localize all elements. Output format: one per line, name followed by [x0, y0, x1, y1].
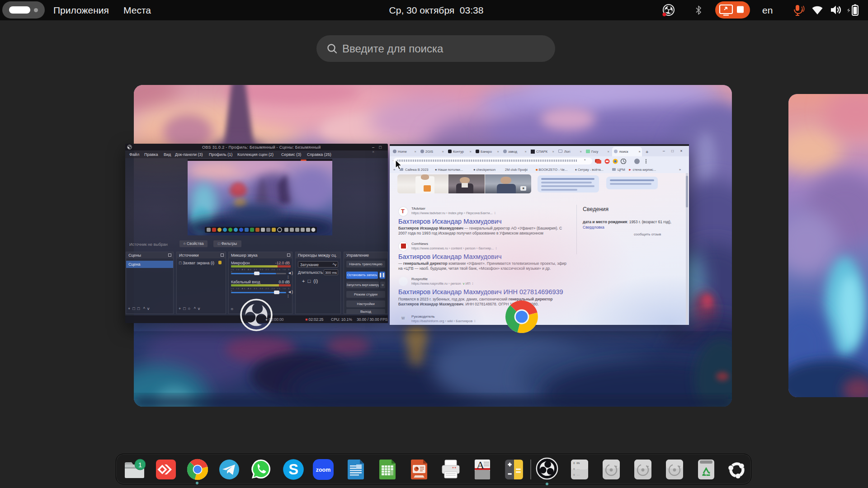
- svg-text:zoom: zoom: [316, 467, 331, 473]
- svg-text:A: A: [476, 459, 485, 471]
- svg-text:1: 1: [138, 461, 142, 469]
- svg-text:S: S: [288, 461, 298, 478]
- svg-text:O --: O --: [573, 474, 580, 477]
- svg-text:O RN: O RN: [573, 462, 580, 465]
- svg-text:O --: O --: [573, 468, 580, 471]
